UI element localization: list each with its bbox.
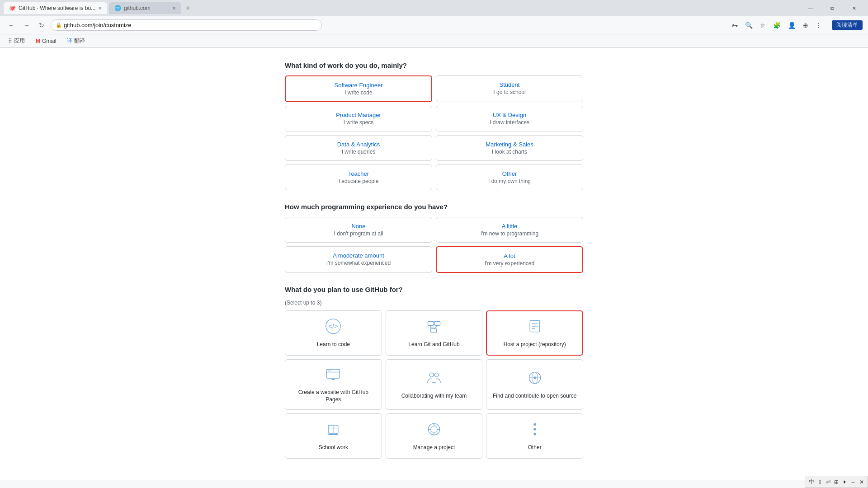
work-option-marketing-sales[interactable]: Marketing & Sales I look at charts xyxy=(436,135,583,161)
use-option-collaborating[interactable]: Collaborating with my team xyxy=(386,359,483,410)
use-option-schoolwork[interactable]: School work xyxy=(285,413,382,459)
option-subtitle: I write specs xyxy=(292,119,425,126)
host-project-icon xyxy=(527,318,543,338)
use-option-create-website[interactable]: Create a website with GitHub Pages xyxy=(285,359,382,410)
option-subtitle: I look at charts xyxy=(443,149,576,155)
gmail-icon: M xyxy=(36,38,40,44)
extensions-icon-button[interactable]: 🧩 xyxy=(770,20,783,31)
work-option-other[interactable]: Other I do my own thing xyxy=(436,164,583,190)
option-title: Software Engineer xyxy=(293,82,424,89)
back-button[interactable]: ← xyxy=(5,20,17,31)
use-label: Create a website with GitHub Pages xyxy=(290,389,377,403)
page-content: What kind of work do you do, mainly? Sof… xyxy=(0,48,868,480)
exp-option-a-lot[interactable]: A lot I'm very experienced xyxy=(436,246,583,273)
svg-rect-3 xyxy=(434,321,440,325)
menu-icon-button[interactable]: ⋮ xyxy=(813,20,825,31)
profile-icon-button[interactable]: 👤 xyxy=(785,20,798,31)
chinese-icon: 中 xyxy=(809,478,814,480)
work-option-ux-design[interactable]: UX & Design I draw interfaces xyxy=(436,106,583,131)
chinese-arrow: → xyxy=(850,479,856,481)
address-bar[interactable]: 🔒 github.com/join/customize xyxy=(51,19,322,31)
use-label: Find and contribute to open source xyxy=(493,393,576,400)
use-section: What do you plan to use GitHub for? (Sel… xyxy=(285,286,583,459)
forward-button[interactable]: → xyxy=(21,20,33,31)
exp-option-moderate[interactable]: A moderate amount I'm somewhat experienc… xyxy=(285,246,432,273)
bookmark-apps[interactable]: ⠿ 应用 xyxy=(5,36,28,46)
lock-icon: 🔒 xyxy=(56,22,62,28)
select-note: (Select up to 3) xyxy=(285,300,583,306)
active-tab[interactable]: 🐙 GitHub · Where software is bu... ✕ xyxy=(4,2,107,14)
browser-titlebar: 🐙 GitHub · Where software is bu... ✕ 🌐 g… xyxy=(0,0,868,16)
tab-favicon: 🐙 xyxy=(9,5,16,11)
option-title: None xyxy=(292,223,425,230)
tab-close-button2[interactable]: ✕ xyxy=(172,6,176,11)
chinese-star: ✦ xyxy=(842,479,847,481)
svg-rect-2 xyxy=(428,321,434,325)
use-option-learn-code[interactable]: </> Learn to code xyxy=(285,310,382,356)
svg-point-23 xyxy=(533,376,536,379)
svg-point-37 xyxy=(533,428,536,430)
option-subtitle: I'm somewhat experienced xyxy=(292,260,425,266)
work-options-grid: Software Engineer I write code Student I… xyxy=(285,75,583,190)
apps-label: 应用 xyxy=(14,37,25,45)
option-title: Marketing & Sales xyxy=(443,141,576,148)
exp-option-none[interactable]: None I don't program at all xyxy=(285,217,432,243)
restore-button[interactable]: ⧉ xyxy=(822,0,843,16)
use-label: Learn to code xyxy=(317,341,350,348)
use-option-find-contribute[interactable]: Find and contribute to open source xyxy=(486,359,583,410)
use-label: Manage a project xyxy=(413,444,455,451)
collaborating-icon xyxy=(426,370,442,389)
work-section-title: What kind of work do you do, mainly? xyxy=(285,61,583,69)
reload-button[interactable]: ↻ xyxy=(36,20,47,31)
option-subtitle: I draw interfaces xyxy=(443,119,576,126)
exp-option-a-little[interactable]: A little I'm new to programming xyxy=(436,217,583,243)
use-label: Host a project (repository) xyxy=(504,341,566,348)
option-title: Other xyxy=(443,170,576,177)
search-icon-button[interactable]: 🔍 xyxy=(742,20,755,31)
use-label: School work xyxy=(319,444,348,451)
new-tab-button[interactable]: + xyxy=(183,4,193,12)
tab-close-button[interactable]: ✕ xyxy=(98,6,102,11)
use-label: Collaborating with my team xyxy=(401,393,467,400)
use-option-other-use[interactable]: Other xyxy=(486,413,583,459)
svg-line-6 xyxy=(434,325,437,328)
chinese-close: ✕ xyxy=(859,479,864,481)
close-button[interactable]: ✕ xyxy=(844,0,864,16)
use-option-learn-git[interactable]: Learn Git and GitHub xyxy=(386,310,483,356)
work-option-software-engineer[interactable]: Software Engineer I write code xyxy=(285,75,432,102)
work-option-data-analytics[interactable]: Data & Analytics I write queries xyxy=(285,135,432,161)
apps-icon: ⠿ xyxy=(8,38,12,44)
page-inner: What kind of work do you do, mainly? Sof… xyxy=(276,48,592,480)
translate-label: 翻译 xyxy=(74,37,85,45)
key-icon-button[interactable]: 🗝 xyxy=(729,20,741,31)
svg-point-36 xyxy=(533,423,536,425)
work-option-product-manager[interactable]: Product Manager I write specs xyxy=(285,106,432,131)
bookmark-translate[interactable]: 译 翻译 xyxy=(64,36,88,46)
create-website-icon xyxy=(325,366,341,385)
svg-point-18 xyxy=(429,373,434,377)
find-contribute-icon xyxy=(527,370,543,389)
use-option-host-project[interactable]: Host a project (repository) xyxy=(486,310,583,356)
work-option-teacher[interactable]: Teacher I educate people xyxy=(285,164,432,190)
option-title: A lot xyxy=(444,253,575,259)
option-title: Data & Analytics xyxy=(292,141,425,148)
star-icon-button[interactable]: ☆ xyxy=(757,20,769,31)
learn-git-icon xyxy=(426,318,442,338)
tab-label: GitHub · Where software is bu... xyxy=(19,5,95,11)
gmail-label: Gmail xyxy=(42,38,56,44)
browser-toolbar: ← → ↻ 🔒 github.com/join/customize 🗝 🔍 ☆ … xyxy=(0,16,868,34)
use-options-grid: </> Learn to code Learn Git and GitHub H… xyxy=(285,310,583,356)
toolbar-icons: 🗝 🔍 ☆ 🧩 👤 ⊕ ⋮ xyxy=(729,20,825,31)
work-section: What kind of work do you do, mainly? Sof… xyxy=(285,61,583,190)
option-subtitle: I go to school xyxy=(443,89,576,95)
use-option-manage-project[interactable]: Manage a project xyxy=(386,413,483,459)
chinese-layout: ⊞ xyxy=(834,479,839,481)
reader-mode-button[interactable]: 阅读清单 xyxy=(832,20,863,30)
inactive-tab[interactable]: 🌐 github.com ✕ xyxy=(109,2,181,14)
bookmark-gmail[interactable]: M Gmail xyxy=(33,37,59,45)
work-option-student[interactable]: Student I go to school xyxy=(436,75,583,102)
tab-label2: github.com xyxy=(124,5,151,11)
account-icon-button[interactable]: ⊕ xyxy=(800,20,811,31)
option-subtitle: I write code xyxy=(293,89,424,96)
minimize-button[interactable]: — xyxy=(800,0,821,16)
